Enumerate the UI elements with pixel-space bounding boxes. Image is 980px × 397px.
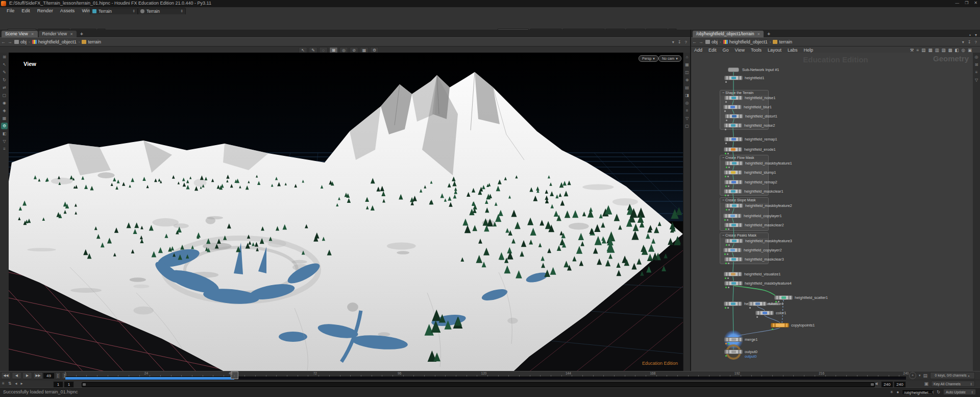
close-tab-icon[interactable]: ✕ bbox=[70, 31, 73, 37]
breadcrumb-terrain[interactable]: terrain bbox=[772, 39, 793, 44]
forward-arrow-icon[interactable]: → bbox=[698, 39, 704, 44]
node-heightfield-maskbyfeature1[interactable] bbox=[725, 161, 743, 166]
active-tool-icon[interactable]: ⚙ bbox=[1, 123, 8, 129]
node-heightfield-remap1[interactable] bbox=[724, 137, 743, 142]
refresh-icon[interactable]: ↻ bbox=[937, 390, 940, 394]
two-pane-icon[interactable]: ◫ bbox=[684, 69, 691, 76]
swap-view-icon[interactable]: ⇄ bbox=[1, 84, 8, 91]
back-arrow-icon[interactable]: ← bbox=[691, 39, 698, 44]
node-heightfield-maskbyfeature4[interactable] bbox=[724, 281, 743, 286]
tab-render-view[interactable]: Render View ✕ bbox=[39, 31, 77, 37]
minimize-button[interactable]: — bbox=[955, 1, 959, 5]
add-view-icon[interactable]: ⊕ bbox=[684, 77, 691, 83]
add-pane-tab-button[interactable]: + bbox=[78, 31, 86, 37]
hatch-icon[interactable]: ▨ bbox=[941, 48, 945, 53]
breadcrumb-heightfield-object1[interactable]: heightfield_object1 bbox=[722, 39, 769, 44]
history-dropdown-icon[interactable]: ▾ bbox=[962, 40, 964, 44]
node-merge1[interactable] bbox=[724, 337, 743, 342]
pane-menu-icon[interactable]: ⊞ bbox=[1, 54, 8, 60]
help-icon[interactable]: ? bbox=[685, 40, 687, 44]
desktop-selector[interactable]: Terrain ⇕ bbox=[90, 8, 138, 15]
node-heightfield-noise2[interactable] bbox=[724, 123, 742, 128]
cook-indicator-icon[interactable]: ● bbox=[896, 390, 899, 394]
maximize-button[interactable]: ❒ bbox=[965, 1, 968, 5]
node-heightfield-maskbyfeature2[interactable] bbox=[725, 203, 743, 208]
inc-icon[interactable]: ▸ bbox=[20, 381, 22, 386]
cook-context-field[interactable]: /obj/heightfiel... ⇕ bbox=[902, 389, 934, 395]
target-icon[interactable]: ◎ bbox=[684, 100, 691, 106]
help-icon[interactable]: ? bbox=[975, 40, 977, 44]
breadcrumb-heightfield-object1[interactable]: heightfield_object1 bbox=[31, 39, 78, 44]
tab-network-path[interactable]: /obj/heightfield_object1/terrain ✕ bbox=[693, 31, 764, 37]
options-menu-icon[interactable]: ≡ bbox=[1, 146, 8, 152]
boxed-icon[interactable]: ▣ bbox=[968, 48, 972, 53]
set-range-start-button[interactable]: [ bbox=[55, 372, 61, 379]
radial-menu-selector[interactable]: Terrain ⇕ bbox=[138, 8, 186, 15]
zoom-timeline-icon[interactable]: + bbox=[909, 372, 916, 379]
forward-arrow-icon[interactable]: → bbox=[7, 39, 13, 44]
node-heightfield-copylayer2[interactable] bbox=[723, 248, 742, 252]
triangle-down-icon[interactable]: ▽ bbox=[684, 115, 691, 122]
projection-button[interactable]: Persp ▾ bbox=[639, 55, 658, 62]
back-arrow-icon[interactable]: ← bbox=[0, 39, 7, 44]
node-copytopoints1[interactable] bbox=[771, 323, 789, 328]
node-heightfield-erode1[interactable] bbox=[724, 147, 742, 152]
node-heightfield-remap2[interactable] bbox=[724, 180, 743, 184]
node-heightfield-scatter1[interactable] bbox=[774, 295, 793, 300]
rows-icon[interactable]: ▤ bbox=[684, 84, 691, 91]
half-fill-icon[interactable]: ◧ bbox=[955, 48, 959, 53]
columns-view-icon[interactable]: ▥ bbox=[935, 48, 939, 53]
grid-toggle-icon[interactable]: ⊞ bbox=[973, 61, 980, 68]
pin-icon[interactable]: ↧ bbox=[968, 40, 971, 44]
grid-icon[interactable]: ▦ bbox=[1, 115, 8, 122]
breadcrumb-obj[interactable]: obj bbox=[704, 39, 719, 44]
close-tab-icon[interactable]: ✕ bbox=[31, 31, 34, 37]
overview-icon[interactable]: ◎ bbox=[973, 54, 980, 60]
empty-box-icon[interactable]: ▢ bbox=[684, 123, 691, 129]
material-icon[interactable]: ◈ bbox=[1, 107, 8, 114]
node-heightfield-maskbyfeature3[interactable] bbox=[725, 239, 743, 243]
tab-scene-view[interactable]: Scene View ✕ bbox=[2, 31, 38, 37]
rows-view-icon[interactable]: ▤ bbox=[921, 48, 925, 53]
add-pane-tab-button[interactable]: + bbox=[765, 31, 773, 37]
dense-grid-icon[interactable]: ▩ bbox=[948, 48, 952, 53]
history-dropdown-icon[interactable]: ▾ bbox=[672, 40, 674, 44]
keyframe-panel-icon[interactable]: ▤ bbox=[923, 373, 927, 378]
key-icon[interactable]: ▣ bbox=[924, 381, 928, 386]
breadcrumb-terrain[interactable]: terrain bbox=[81, 39, 102, 44]
expand-icon[interactable]: ▽ bbox=[1, 138, 8, 145]
node-heightfield-maskclear3[interactable] bbox=[724, 257, 743, 262]
menu-assets[interactable]: Assets bbox=[57, 7, 79, 14]
pane-menu-icon[interactable]: ▾ bbox=[975, 33, 977, 37]
node-heightfield-maskclear2[interactable] bbox=[724, 223, 743, 227]
select-mode-icon[interactable]: ↖ bbox=[1, 61, 8, 68]
current-frame-field[interactable]: 49 bbox=[43, 372, 55, 379]
playback-range-slider[interactable] bbox=[82, 382, 875, 387]
edit-mode-icon[interactable]: ✎ bbox=[1, 69, 8, 76]
collapse-icon[interactable]: ▽ bbox=[973, 77, 980, 83]
message-flag-icon[interactable]: ✳ bbox=[890, 390, 894, 394]
close-button[interactable]: ✕ bbox=[974, 1, 977, 5]
jump-start-button[interactable]: ◀◀ bbox=[1, 372, 11, 379]
chevron-down-icon[interactable]: ▾ bbox=[919, 373, 921, 378]
update-mode-button[interactable]: Auto Update ⇕ bbox=[943, 389, 976, 395]
node-color1[interactable] bbox=[755, 311, 774, 315]
tools-wrench-icon[interactable]: ⚒ bbox=[910, 48, 914, 53]
range-handle-left[interactable] bbox=[83, 383, 86, 386]
menu-render[interactable]: Render bbox=[34, 7, 57, 14]
range-handle-right[interactable] bbox=[871, 383, 874, 386]
play-button[interactable]: ▶ bbox=[22, 372, 32, 379]
node-sub-network-input-1[interactable] bbox=[728, 67, 739, 72]
range-swap-icon[interactable]: ⇅ bbox=[8, 381, 12, 386]
close-tab-icon[interactable]: ✕ bbox=[757, 31, 760, 37]
breadcrumb-obj[interactable]: obj bbox=[13, 39, 28, 44]
node-heightfield1[interactable] bbox=[724, 76, 743, 80]
node-output0[interactable] bbox=[724, 349, 743, 354]
menu-file[interactable]: File bbox=[3, 7, 18, 14]
playback-menu-icon[interactable]: ≡ bbox=[2, 381, 5, 386]
split-view-icon[interactable]: ◧ bbox=[1, 130, 8, 137]
snapshot-icon[interactable]: ◉ bbox=[1, 100, 8, 106]
half-box-icon[interactable]: ◨ bbox=[684, 92, 691, 99]
find-icon[interactable]: ◎ bbox=[962, 48, 965, 53]
node-heightfield-noise1[interactable] bbox=[724, 96, 743, 100]
